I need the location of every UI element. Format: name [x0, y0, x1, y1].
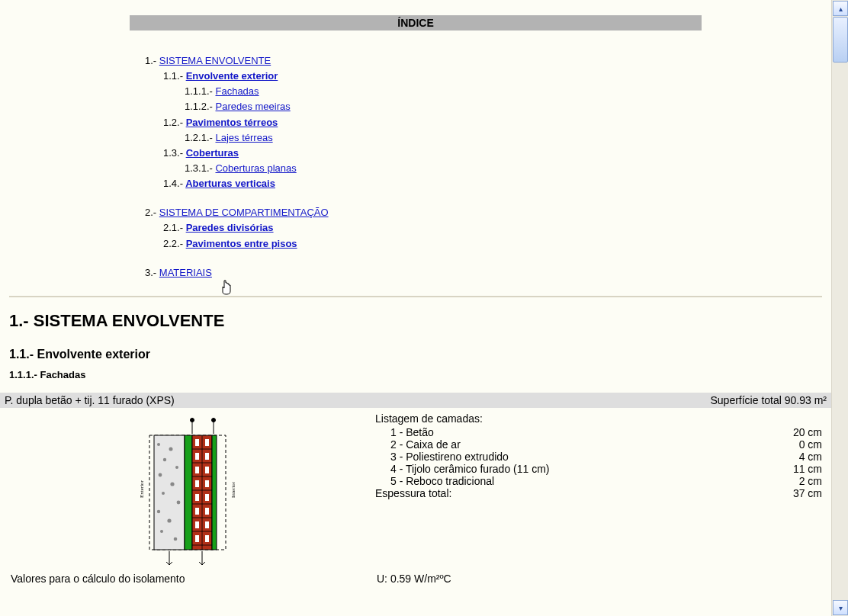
toc-item-1-1-2: 1.1.2.- Paredes meeiras: [185, 99, 831, 114]
svg-rect-37: [195, 521, 199, 528]
svg-rect-14: [185, 435, 192, 550]
toc-item-2: 2.- SISTEMA DE COMPARTIMENTAÇÃO: [145, 205, 831, 220]
toc-link-fachadas[interactable]: Fachadas: [215, 85, 259, 97]
toc-num: 2.1.-: [163, 222, 183, 233]
svg-point-45: [212, 418, 216, 422]
svg-rect-29: [195, 467, 199, 473]
layer-row: 2 - Caixa de ar 0 cm: [375, 438, 822, 451]
toc-item-1: 1.- SISTEMA ENVOLVENTE: [145, 53, 831, 69]
svg-rect-33: [195, 494, 199, 501]
wall-diagram: Exterior Interior: [9, 412, 375, 566]
svg-point-43: [191, 418, 194, 422]
toc-item-2-2: 2.2.- Pavimentos entre pisos: [163, 236, 831, 252]
toc-num: 1.4.-: [163, 178, 183, 189]
section-heading-1-1: 1.1.- Envolvente exterior: [9, 348, 831, 361]
insulation-left: Valores para o cálculo do isolamento: [11, 573, 377, 585]
toc-num: 1.3.1.-: [185, 162, 213, 174]
toc-link-materiais[interactable]: MATERIAIS: [159, 267, 212, 278]
layer-value: 20 cm: [761, 426, 822, 438]
scroll-thumb[interactable]: [833, 17, 848, 63]
svg-point-3: [169, 447, 173, 451]
layer-value: 0 cm: [761, 438, 822, 451]
thickness-label: Espessura total:: [375, 487, 761, 499]
toc-link-lajes-terreas[interactable]: Lajes térreas: [215, 132, 272, 143]
svg-point-8: [162, 492, 165, 495]
svg-rect-41: [212, 435, 217, 550]
insulation-values-row: Valores para o cálculo do isolamento U: …: [0, 566, 831, 585]
layer-row: 4 - Tijolo cerâmico furado (11 cm) 11 cm: [375, 463, 822, 475]
svg-point-11: [167, 518, 171, 522]
layers-list: Listagem de camadas: 1 - Betão 20 cm 2 -…: [375, 412, 822, 499]
toc-link-paredes-divisorias[interactable]: Paredes divisórias: [186, 222, 274, 233]
toc-item-1-2-1: 1.2.1.- Lajes térreas: [185, 130, 831, 146]
toc-num: 1.1.2.-: [185, 101, 213, 112]
scroll-up-button[interactable]: ▴: [833, 1, 848, 16]
toc-link-paredes-meeiras[interactable]: Paredes meeiras: [215, 101, 290, 112]
layer-row: 1 - Betão 20 cm: [375, 426, 822, 438]
scroll-down-button[interactable]: ▾: [833, 600, 848, 615]
toc-link-sistema-envolvente[interactable]: SISTEMA ENVOLVENTE: [159, 55, 271, 66]
vertical-scrollbar[interactable]: ▴ ▾: [831, 0, 848, 616]
svg-rect-31: [195, 480, 199, 487]
toc-link-sistema-compartimentacao[interactable]: SISTEMA DE COMPARTIMENTAÇÃO: [159, 207, 329, 218]
toc-item-1-1-1: 1.1.1.- Fachadas: [185, 84, 831, 99]
toc-link-pavimentos-entre-pisos[interactable]: Pavimentos entre pisos: [186, 238, 297, 249]
toc-link-pavimentos-terreos[interactable]: Pavimentos térreos: [186, 117, 278, 128]
toc-item-1-3-1: 1.3.1.- Coberturas planas: [185, 161, 831, 176]
toc-link-coberturas[interactable]: Coberturas: [186, 147, 239, 159]
toc-link-aberturas-verticais[interactable]: Aberturas verticais: [185, 178, 275, 189]
svg-rect-35: [195, 508, 199, 515]
layer-value: 11 cm: [761, 463, 822, 475]
svg-rect-39: [195, 535, 199, 542]
svg-rect-26: [205, 439, 209, 446]
table-of-contents: 1.- SISTEMA ENVOLVENTE 1.1.- Envolvente …: [145, 53, 831, 281]
svg-rect-28: [205, 453, 209, 460]
thickness-value: 37 cm: [761, 487, 822, 499]
thickness-row: Espessura total: 37 cm: [375, 487, 822, 499]
svg-point-2: [157, 443, 160, 446]
svg-point-10: [157, 510, 160, 513]
svg-point-9: [177, 500, 181, 504]
svg-point-7: [170, 482, 174, 486]
toc-link-coberturas-planas[interactable]: Coberturas planas: [215, 162, 296, 174]
svg-rect-32: [205, 480, 209, 487]
layer-row: 5 - Reboco tradicional 2 cm: [375, 475, 822, 487]
svg-rect-40: [205, 535, 209, 542]
toc-item-3: 3.- MATERIAIS: [145, 265, 831, 281]
svg-point-5: [175, 466, 178, 469]
svg-rect-38: [205, 521, 209, 528]
divider: [9, 296, 822, 297]
toc-item-1-1: 1.1.- Envolvente exterior: [163, 69, 831, 84]
svg-point-13: [174, 537, 178, 541]
toc-num: 1.3.-: [163, 147, 183, 159]
interior-label: Interior: [230, 481, 236, 498]
section-heading-1-1-1: 1.1.1.- Fachadas: [9, 369, 831, 380]
toc-num: 1.-: [145, 55, 156, 66]
layer-row: 3 - Poliestireno extrudido 4 cm: [375, 451, 822, 463]
layer-label: 2 - Caixa de ar: [375, 438, 761, 451]
toc-num: 1.1.-: [163, 70, 183, 82]
toc-num: 2.2.-: [163, 238, 183, 249]
layer-label: 3 - Poliestireno extrudido: [375, 451, 761, 463]
svg-point-6: [159, 473, 162, 476]
wall-title-band: P. dupla betão + tij. 11 furado (XPS) Su…: [0, 393, 831, 408]
svg-point-4: [163, 458, 166, 461]
svg-rect-36: [205, 508, 209, 515]
svg-rect-1: [154, 435, 185, 550]
exterior-label: Exterior: [139, 480, 145, 498]
wall-name: P. dupla betão + tij. 11 furado (XPS): [5, 394, 175, 406]
toc-item-1-2: 1.2.- Pavimentos térreos: [163, 115, 831, 130]
toc-num: 1.2.-: [163, 117, 183, 128]
layer-value: 4 cm: [761, 451, 822, 463]
layers-title: Listagem de camadas:: [375, 412, 822, 425]
svg-rect-25: [195, 439, 199, 446]
svg-point-12: [160, 530, 163, 533]
layer-value: 2 cm: [761, 475, 822, 487]
toc-num: 1.2.1.-: [185, 132, 213, 143]
wall-surface: Superfície total 90.93 m²: [710, 394, 827, 406]
toc-item-1-3: 1.3.- Coberturas: [163, 146, 831, 161]
toc-link-envolvente-exterior[interactable]: Envolvente exterior: [186, 70, 278, 82]
insulation-u: U: 0.59 W/m²ºC: [377, 573, 822, 585]
index-banner: ÍNDICE: [130, 15, 702, 30]
layer-label: 5 - Reboco tradicional: [375, 475, 761, 487]
